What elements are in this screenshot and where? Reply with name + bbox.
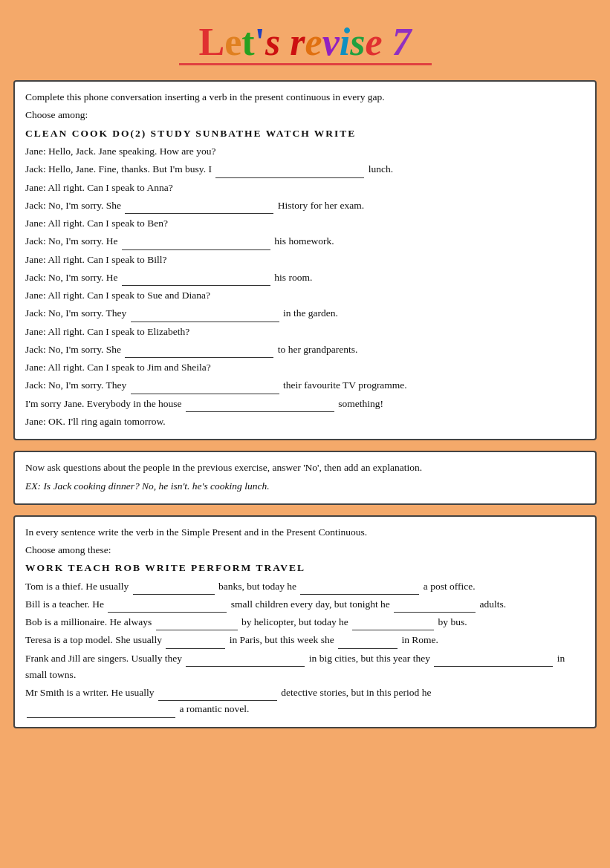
blank-3-2 xyxy=(300,584,419,595)
ex3-choose: Choose among these: xyxy=(25,542,585,558)
ex1-line-7: Jane: All right. Can I speak to Bill? xyxy=(25,252,585,268)
blank-3-7 xyxy=(166,639,225,649)
ex2-example: EX: Is Jack cooking dinner? No, he isn't… xyxy=(25,478,585,495)
blank-1 xyxy=(215,168,364,178)
ex3-sentence-2: Bill is a teacher. He small children eve… xyxy=(25,596,585,613)
ex2-instruction: Now ask questions about the people in th… xyxy=(25,460,585,476)
blank-3 xyxy=(122,240,270,250)
ex1-instruction: Complete this phone conversation inserti… xyxy=(25,89,585,105)
ex1-line-1: Jane: Hello, Jack. Jane speaking. How ar… xyxy=(25,143,585,160)
blank-3-8 xyxy=(338,639,398,649)
ex3-word-list: WORK TEACH ROB WRITE PERFORM TRAVEL xyxy=(25,560,585,576)
ex1-line-5: Jane: All right. Can I speak to Ben? xyxy=(25,215,585,232)
page-container: Let's revise 7 Complete this phone conve… xyxy=(13,13,597,728)
ex1-line-10: Jack: No, I'm sorry. They in the garden. xyxy=(25,305,585,322)
ex1-choose: Choose among: xyxy=(25,107,585,123)
ex1-line-12: Jack: No, I'm sorry. She to her grandpar… xyxy=(25,342,585,358)
ex1-line-15: I'm sorry Jane. Everybody in the house s… xyxy=(25,396,585,412)
ex3-sentence-5: Frank and Jill are singers. Usually they… xyxy=(25,650,585,684)
blank-8 xyxy=(186,402,334,412)
ex1-line-11: Jane: All right. Can I speak to Elizabet… xyxy=(25,324,585,340)
exercise-1-box: Complete this phone conversation inserti… xyxy=(13,80,597,440)
blank-5 xyxy=(131,312,279,322)
exercise-3-box: In every sentence write the verb in the … xyxy=(13,515,597,728)
blank-3-3 xyxy=(108,602,227,613)
ex1-line-4: Jack: No, I'm sorry. She History for her… xyxy=(25,198,585,214)
title-area: Let's revise 7 xyxy=(13,13,597,70)
ex1-line-8: Jack: No, I'm sorry. He his room. xyxy=(25,270,585,286)
blank-3-6 xyxy=(352,620,434,630)
blank-6 xyxy=(125,347,273,358)
blank-3-11 xyxy=(158,691,277,701)
blank-2 xyxy=(125,203,273,214)
ex1-line-9: Jane: All right. Can I speak to Sue and … xyxy=(25,287,585,304)
ex3-instruction: In every sentence write the verb in the … xyxy=(25,524,585,541)
ex2-example-label: EX: xyxy=(25,480,41,492)
title-underline xyxy=(179,63,432,65)
blank-3-5 xyxy=(156,620,238,630)
ex3-sentence-4: Teresa is a top model. She usually in Pa… xyxy=(25,632,585,648)
ex1-line-13: Jane: All right. Can I speak to Jim and … xyxy=(25,359,585,376)
ex1-line-14: Jack: No, I'm sorry. They their favourit… xyxy=(25,377,585,394)
blank-3-4 xyxy=(394,602,476,613)
blank-3-10 xyxy=(434,656,553,667)
ex1-line-3: Jane: All right. Can I speak to Anna? xyxy=(25,180,585,196)
ex2-example-text: Is Jack cooking dinner? No, he isn't. he… xyxy=(43,480,269,492)
exercise-2-box: Now ask questions about the people in th… xyxy=(13,451,597,505)
ex3-sentence-6: Mr Smith is a writer. He usually detecti… xyxy=(25,685,585,718)
ex1-line-2: Jack: Hello, Jane. Fine, thanks. But I'm… xyxy=(25,161,585,177)
ex3-sentence-1: Tom is a thief. He usually banks, but to… xyxy=(25,578,585,595)
blank-3-12 xyxy=(27,708,175,718)
ex1-line-6: Jack: No, I'm sorry. He his homework. xyxy=(25,233,585,249)
blank-3-1 xyxy=(133,584,215,595)
ex1-word-list: CLEAN COOK DO(2) STUDY SUNBATHE WATCH WR… xyxy=(25,125,585,142)
blank-7 xyxy=(131,384,279,394)
ex3-sentence-3: Bob is a millionaire. He always by helic… xyxy=(25,614,585,630)
page-title: Let's revise 7 xyxy=(13,21,597,63)
blank-3-9 xyxy=(186,656,305,667)
ex1-line-16: Jane: OK. I'll ring again tomorrow. xyxy=(25,414,585,430)
blank-4 xyxy=(122,275,270,286)
